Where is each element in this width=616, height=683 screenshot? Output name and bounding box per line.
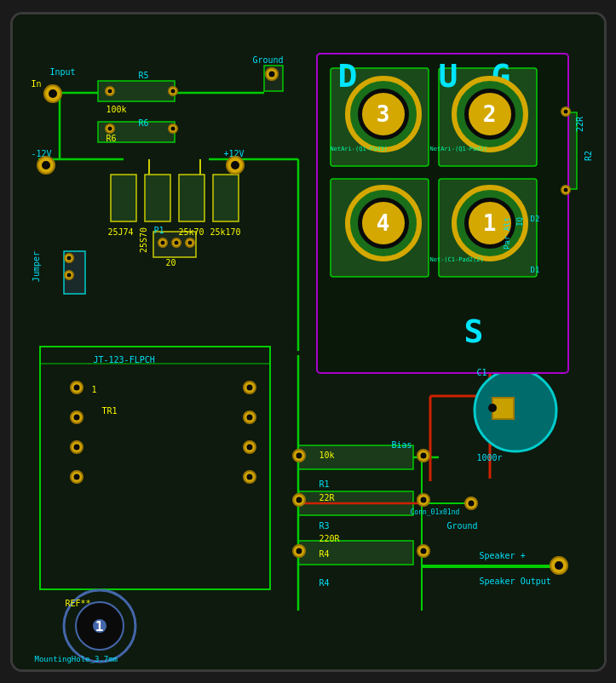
- dug-pad-2: 2: [452, 76, 528, 152]
- jumper-pad-1: [64, 253, 74, 263]
- net-pad2-label: NetAri-(Q1-Pad2): [430, 146, 487, 152]
- tr1-rpad-2: [243, 410, 256, 424]
- tr1-label: TR1: [102, 406, 118, 416]
- minus12v-pad: [37, 156, 55, 175]
- 25k70-label: 25k70: [179, 227, 204, 237]
- r5-pad-right: [168, 86, 178, 96]
- input-label: Input: [50, 67, 76, 77]
- r2-pad-top: [561, 106, 571, 117]
- r1-pad-right: [417, 449, 430, 462]
- d2-label: D2: [531, 215, 540, 223]
- tr1-pad-4: [70, 470, 83, 484]
- ground2-label: Ground: [447, 521, 478, 531]
- dug-letter-s: S: [464, 313, 484, 350]
- r2-pad-bot: [561, 185, 571, 195]
- tr1-pad-1: [70, 381, 83, 394]
- r4-pad-right: [417, 544, 430, 558]
- r5-val-label: 100k: [107, 105, 127, 114]
- speaker-plus-label: Speaker +: [480, 551, 526, 560]
- p1-val-label: 20: [166, 258, 176, 267]
- r3-pad-right: [417, 493, 430, 507]
- c1-val-label: 1000r: [477, 453, 503, 462]
- r6-pad-right: [168, 123, 178, 134]
- r5-top-label: R5: [139, 71, 149, 80]
- r4-val-label: R4: [320, 549, 330, 559]
- mounting-label: MountingHole_3.7mm: [35, 655, 118, 663]
- speaker-output-pad: [550, 556, 568, 575]
- r6-pad-left: [105, 123, 115, 134]
- p1-pad-1: [158, 238, 168, 248]
- p1-label: P1: [154, 226, 164, 235]
- bias-label: Bias: [392, 440, 412, 450]
- c1-label: C1: [477, 368, 487, 377]
- dug-pad-1-num: 1: [483, 210, 497, 236]
- pcb-board: D U G S 3 2 4 1 NetAri-(Q1-Pad3) NetAri-…: [10, 12, 607, 672]
- tr1-pad-3: [70, 440, 83, 454]
- r3-val-label: 22R: [320, 493, 335, 502]
- jumper-label: Jumper: [32, 251, 41, 282]
- ground2-pad: [464, 496, 478, 510]
- r6-val-label: R6: [107, 134, 117, 143]
- r1-val-label: 10k: [320, 451, 335, 460]
- ref-label: REF**: [66, 599, 91, 608]
- r3b-val-label: 220R: [320, 534, 340, 543]
- tr1-rpad-1: [243, 381, 256, 394]
- dug-pad-2-num: 2: [483, 101, 497, 127]
- net-pad2b-label: Net-(C1-Pad2(2): [430, 256, 484, 263]
- r6-label: R6: [139, 118, 149, 128]
- jt123-label: JT-123-FLPCH: [94, 355, 155, 364]
- dug-pad-3: 3: [345, 76, 422, 152]
- r3-label: R3: [320, 521, 330, 531]
- plus12v-pad: [226, 156, 245, 175]
- 25s70-label: 25S70: [139, 227, 148, 253]
- ground-top-pad: [265, 67, 279, 81]
- d1-label: D1: [531, 266, 540, 274]
- ground-top-label: Ground: [253, 55, 284, 65]
- r4-pad-left: [292, 544, 306, 558]
- jumper-pad-2: [64, 270, 74, 280]
- tr1-pin1-label: 1: [92, 385, 97, 394]
- r1-label: R1: [320, 479, 330, 489]
- r4-label: R4: [320, 578, 330, 588]
- 25j74-label: 25J74: [108, 227, 134, 237]
- r3-pad-left: [292, 493, 306, 507]
- tr1-rpad-3: [243, 440, 256, 454]
- r5-pad-left: [105, 86, 115, 96]
- tr1-rpad-4: [243, 470, 256, 484]
- r2-label: 22R: [575, 117, 584, 132]
- dug-pad-4-num: 4: [377, 210, 390, 236]
- speaker-output-label: Speaker Output: [480, 577, 551, 586]
- dug-pad-4: 4: [345, 185, 422, 261]
- r1-pad-left: [292, 449, 306, 462]
- in-label: In: [32, 79, 42, 89]
- input-pad: [43, 84, 62, 103]
- p1-pad-3: [185, 238, 195, 248]
- 25k170-label: 25k170: [210, 227, 241, 237]
- p1-pad-2: [171, 238, 181, 248]
- dug-pad-3-num: 3: [377, 101, 390, 127]
- net-pad3-label: NetAri-(Q1-Pad3): [331, 146, 388, 152]
- mounting-num: 1: [89, 616, 111, 638]
- par-alt-label: Par Alt: [503, 217, 511, 250]
- conn01-label: Conn_01x01nd: [411, 508, 460, 516]
- tr1-pad-2: [70, 410, 83, 424]
- iq-label: IQ: [515, 217, 524, 227]
- dug-letter-u: U: [439, 57, 458, 95]
- r2-id-label: R2: [584, 151, 593, 161]
